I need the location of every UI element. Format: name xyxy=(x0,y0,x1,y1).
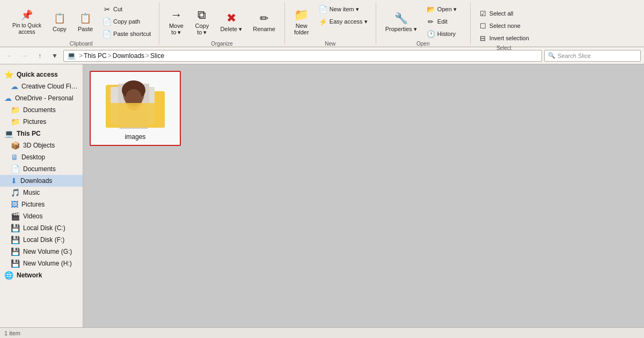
sidebar-item-new-h[interactable]: 💾 New Volume (H:) xyxy=(0,258,83,269)
history-button[interactable]: 🕐 History xyxy=(423,28,466,40)
history-label: History xyxy=(437,31,456,37)
sidebar-item-videos[interactable]: 🎬 Videos xyxy=(0,210,83,222)
select-all-button[interactable]: ☑ Select all xyxy=(475,8,533,19)
sidebar-item-this-pc[interactable]: 💻 This PC xyxy=(0,128,83,139)
onedrive-icon: ☁ xyxy=(4,94,12,102)
copy-path-button[interactable]: 📄 Copy path xyxy=(99,16,155,27)
status-bar: 1 item xyxy=(0,327,644,338)
invert-selection-icon: ⊟ xyxy=(479,34,487,42)
edit-label: Edit xyxy=(437,18,448,25)
clipboard-items: 📌 Pin to Quickaccess 📋 Copy 📋 Paste ✂ Cu… xyxy=(8,3,155,40)
music-icon: 🎵 xyxy=(11,188,20,197)
this-pc-icon: 💻 xyxy=(4,129,13,138)
status-text: 1 item xyxy=(4,330,20,336)
recent-button[interactable]: ▼ xyxy=(48,49,61,62)
cut-button[interactable]: ✂ Cut xyxy=(99,3,155,15)
edit-button[interactable]: ✏ Edit xyxy=(423,16,466,27)
sidebar-label-pictures: Pictures xyxy=(23,118,46,126)
address-bar: ← → ↑ ▼ 💻 > This PC > Downloads > Slice … xyxy=(0,47,644,64)
open-items: 🔧 Properties ▾ 📂 Open ▾ ✏ Edit 🕐 History xyxy=(380,3,466,40)
search-placeholder: Search Slice xyxy=(558,53,591,59)
paste-shortcut-icon: 📄 xyxy=(103,30,111,38)
downloads-icon: ⬇ xyxy=(11,177,17,185)
copy-icon: 📋 xyxy=(52,11,67,26)
address-path[interactable]: 💻 > This PC > Downloads > Slice xyxy=(63,50,542,62)
organize-items: → Moveto ▾ ⧉ Copyto ▾ ✖ Delete ▾ ✏ Renam… xyxy=(164,3,280,40)
easy-access-button[interactable]: ⚡ Easy access ▾ xyxy=(315,16,371,27)
back-button[interactable]: ← xyxy=(3,49,16,62)
sidebar-item-pictures[interactable]: 📁 Pictures xyxy=(0,116,83,128)
paste-shortcut-button[interactable]: 📄 Paste shortcut xyxy=(99,28,155,40)
delete-icon: ✖ xyxy=(224,11,239,26)
folder-images-label: images xyxy=(125,133,146,141)
new-folder-button[interactable]: 📁 Newfolder xyxy=(289,3,314,40)
folder-images[interactable]: images xyxy=(90,71,181,146)
new-item-button[interactable]: 📄 New item ▾ xyxy=(315,3,371,15)
sidebar-label-quick-access: Quick access xyxy=(17,71,58,78)
open-small-group: 📂 Open ▾ ✏ Edit 🕐 History xyxy=(423,3,466,40)
sidebar-item-local-c[interactable]: 💾 Local Disk (C:) xyxy=(0,222,83,234)
select-none-button[interactable]: ☐ Select none xyxy=(475,20,533,32)
sidebar-item-quick-access[interactable]: ⭐ Quick access xyxy=(0,69,83,80)
easy-access-icon: ⚡ xyxy=(319,17,327,26)
sidebar-label-onedrive: OneDrive - Personal xyxy=(15,94,74,102)
sidebar-item-documents2[interactable]: 📄 Documents xyxy=(0,163,83,175)
pictures-icon: 📁 xyxy=(11,117,20,126)
select-items: ☑ Select all ☐ Select none ⊟ Invert sele… xyxy=(475,3,533,44)
3d-objects-icon: 📦 xyxy=(11,141,20,150)
sidebar-item-downloads[interactable]: ⬇ Downloads xyxy=(0,175,83,187)
copy-path-icon: 📄 xyxy=(103,17,111,26)
copy-button[interactable]: 📋 Copy xyxy=(47,3,72,40)
path-slice[interactable]: Slice xyxy=(150,52,164,60)
sidebar-item-documents[interactable]: 📁 Documents xyxy=(0,104,83,116)
clipboard-label: Clipboard xyxy=(70,40,93,47)
sidebar-item-local-f[interactable]: 💾 Local Disk (F:) xyxy=(0,234,83,246)
invert-selection-button[interactable]: ⊟ Invert selection xyxy=(475,32,533,44)
sidebar-item-3d-objects[interactable]: 📦 3D Objects xyxy=(0,139,83,151)
sidebar-label-local-f: Local Disk (F:) xyxy=(23,236,64,244)
sidebar-label-pictures2: Pictures xyxy=(21,201,45,208)
cut-label: Cut xyxy=(113,6,122,12)
ribbon-group-select: ☑ Select all ☐ Select none ⊟ Invert sele… xyxy=(471,2,537,45)
rename-icon: ✏ xyxy=(257,11,272,26)
pin-button[interactable]: 📌 Pin to Quickaccess xyxy=(8,3,46,40)
sidebar-label-local-c: Local Disk (C:) xyxy=(23,224,65,232)
sidebar-label-network: Network xyxy=(17,271,42,279)
sidebar-item-desktop[interactable]: 🖥 Desktop xyxy=(0,151,83,163)
path-this-pc[interactable]: This PC xyxy=(84,52,107,60)
forward-button[interactable]: → xyxy=(18,49,31,62)
invert-selection-label: Invert selection xyxy=(489,35,529,41)
rename-button[interactable]: ✏ Rename xyxy=(248,3,280,40)
sidebar-label-creative-cloud: Creative Cloud Files F xyxy=(21,83,78,90)
path-computer-icon: 💻 xyxy=(67,52,76,60)
delete-button[interactable]: ✖ Delete ▾ xyxy=(215,3,247,40)
sidebar-item-music[interactable]: 🎵 Music xyxy=(0,187,83,199)
up-button[interactable]: ↑ xyxy=(33,49,46,62)
path-downloads[interactable]: Downloads xyxy=(113,52,144,60)
select-small-group: ☑ Select all ☐ Select none ⊟ Invert sele… xyxy=(475,8,533,44)
pictures2-icon: 🖼 xyxy=(11,200,18,209)
open-button[interactable]: 📂 Open ▾ xyxy=(423,3,466,15)
sidebar-item-onedrive[interactable]: ☁ OneDrive - Personal xyxy=(0,92,83,104)
documents2-icon: 📄 xyxy=(11,165,20,173)
search-icon: 🔍 xyxy=(548,52,555,59)
creative-cloud-icon: ☁ xyxy=(11,82,18,91)
sidebar-item-network[interactable]: 🌐 Network xyxy=(0,269,83,281)
ribbon: 📌 Pin to Quickaccess 📋 Copy 📋 Paste ✂ Cu… xyxy=(0,0,644,47)
paste-label: Paste xyxy=(78,26,93,32)
sidebar-item-pictures2[interactable]: 🖼 Pictures xyxy=(0,199,83,210)
search-box[interactable]: 🔍 Search Slice xyxy=(544,50,641,62)
new-folder-icon: 📁 xyxy=(294,8,309,23)
copy-to-button[interactable]: ⧉ Copyto ▾ xyxy=(189,3,214,40)
sidebar-item-creative-cloud[interactable]: ☁ Creative Cloud Files F xyxy=(0,80,83,92)
paste-button[interactable]: 📋 Paste xyxy=(73,3,98,40)
select-none-icon: ☐ xyxy=(479,21,487,30)
content-area: images xyxy=(83,64,644,327)
move-to-button[interactable]: → Moveto ▾ xyxy=(164,3,188,40)
ribbon-group-organize: → Moveto ▾ ⧉ Copyto ▾ ✖ Delete ▾ ✏ Renam… xyxy=(159,2,284,45)
sidebar-label-music: Music xyxy=(23,189,40,196)
delete-label: Delete ▾ xyxy=(220,26,242,33)
sidebar-item-new-g[interactable]: 💾 New Volume (G:) xyxy=(0,246,83,258)
sidebar-label-documents: Documents xyxy=(23,106,56,114)
properties-button[interactable]: 🔧 Properties ▾ xyxy=(380,3,422,40)
